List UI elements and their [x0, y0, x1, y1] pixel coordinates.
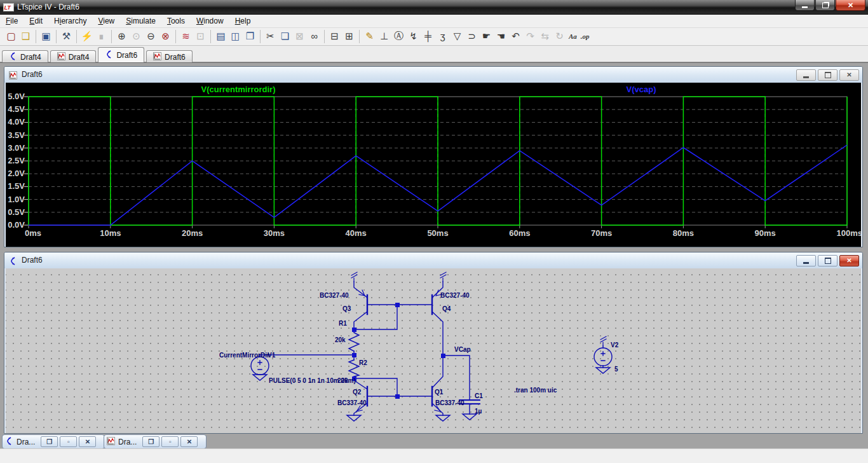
schematic-maximize-button[interactable]	[818, 255, 837, 266]
find-icon[interactable]: ∞	[307, 29, 322, 43]
r1-name-label[interactable]: R1	[339, 320, 347, 327]
halt-simulation-icon[interactable]: ∎	[94, 29, 109, 43]
minimized-maximize-button[interactable]: ▫	[60, 436, 77, 447]
undo-icon[interactable]: ↶	[508, 29, 523, 43]
minimized-window-2[interactable]: Dra...❐▫✕	[104, 434, 207, 449]
zoom-in-icon[interactable]: ⊕	[114, 29, 129, 43]
schematic-close-button[interactable]: ✕	[839, 255, 859, 266]
schematic-canvas[interactable]: BC327-40 Q3 BC327-40 Q4 R1 20k R2 20k Cu…	[6, 268, 861, 433]
spice-directive-label[interactable]: .tran 100m uic	[514, 387, 557, 394]
open-file-icon[interactable]: ❑	[18, 29, 33, 43]
paste-icon[interactable]: ⊠	[292, 29, 307, 43]
waveform-window: Draft6 ✕ 5.0V4.5V4.0V3.5V3.0V2.5V2.0V1.5…	[4, 66, 863, 247]
v1-name-label[interactable]: V1	[268, 352, 276, 359]
menu-window[interactable]: Window	[191, 15, 229, 27]
q2-name-label[interactable]: Q2	[353, 389, 362, 396]
cut-icon[interactable]: ✂	[263, 29, 278, 43]
place-text-icon[interactable]: Aa	[567, 29, 579, 43]
v1-net-label[interactable]: CurrentMirrorDir	[219, 352, 269, 359]
place-component-icon[interactable]: ⊃	[465, 29, 479, 43]
zoom-full-extents-icon[interactable]: ⊗	[158, 29, 173, 43]
save-icon[interactable]: ▣	[39, 29, 53, 43]
menu-hierarchy[interactable]: Hierarchy	[48, 15, 92, 27]
move-icon[interactable]: ☛	[479, 29, 494, 43]
waveform-maximize-button[interactable]	[818, 69, 837, 81]
toolbar: ▢❑▣⚒⚡∎⊕⊙⊖⊗≋⊡▤◫❐✂❏⊠∞⊟⊞✎⊥Ⓐ↯╪ʒ▽⊃☛☚↶↷⇆↻Aa.op	[0, 28, 868, 46]
r1-value-label[interactable]: 20k	[335, 336, 346, 343]
menu-view[interactable]: View	[92, 15, 120, 27]
draw-wire-icon[interactable]: ✎	[362, 29, 377, 43]
menu-edit[interactable]: Edit	[24, 15, 48, 27]
minimized-window-1[interactable]: Dra...❐▫✕	[2, 434, 105, 449]
place-ground-icon[interactable]: ⊥	[377, 29, 391, 43]
q4-name-label[interactable]: Q4	[442, 305, 451, 312]
menu-file[interactable]: File	[0, 15, 24, 27]
x-axis-label: 80ms	[673, 228, 694, 238]
c1-value-label[interactable]: 1µ	[475, 408, 482, 415]
q4-model-label[interactable]: BC327-40	[440, 292, 470, 299]
vcap-net-label[interactable]: VCap	[454, 346, 471, 353]
place-capacitor-icon[interactable]: ╪	[421, 29, 435, 43]
place-resistor-icon[interactable]: ↯	[406, 29, 421, 43]
new-schematic-icon[interactable]: ▢	[4, 29, 18, 43]
tab-draft4-schematic[interactable]: Draft4	[2, 50, 48, 63]
q2-model-label[interactable]: BC337-40	[337, 399, 367, 406]
waveform-close-button[interactable]: ✕	[839, 69, 859, 81]
waveform-plot[interactable]: 5.0V4.5V4.0V3.5V3.0V2.5V2.0V1.5V1.0V0.5V…	[6, 83, 861, 245]
tile-vertically-icon[interactable]: ◫	[228, 29, 243, 43]
waveform-minimize-button[interactable]	[796, 69, 816, 81]
tile-horizontally-icon[interactable]: ▤	[214, 29, 228, 43]
schematic-minimize-button[interactable]	[796, 255, 816, 266]
minimized-restore-button[interactable]: ❐	[41, 436, 58, 447]
drag-icon[interactable]: ☚	[494, 29, 508, 43]
rotate-icon[interactable]: ↻	[552, 29, 567, 43]
copy-icon[interactable]: ❏	[278, 29, 292, 43]
plot-settings-icon[interactable]: ≋	[179, 29, 193, 43]
minimized-maximize-button[interactable]: ▫	[161, 436, 179, 447]
tab-draft6-waveform[interactable]: Draft6	[146, 50, 193, 63]
spice-directive-icon[interactable]: .op	[579, 29, 592, 43]
q1-name-label[interactable]: Q1	[435, 389, 444, 396]
place-diode-icon[interactable]: ▽	[450, 29, 465, 43]
v1-value-label[interactable]: PULSE(0 5 0 1n 1n 10m 20m)	[269, 377, 356, 384]
y-axis-label: 1.0V	[8, 195, 25, 204]
minimized-close-button[interactable]: ✕	[79, 436, 96, 447]
waveform-window-title-bar[interactable]: Draft6 ✕	[4, 67, 862, 83]
zoom-out-icon[interactable]: ⊖	[144, 29, 158, 43]
c1-name-label[interactable]: C1	[475, 392, 483, 399]
q3-model-label[interactable]: BC327-40	[320, 292, 349, 299]
print-icon[interactable]: ⊞	[342, 29, 356, 43]
menu-simulate[interactable]: Simulate	[120, 15, 161, 27]
restore-button[interactable]	[815, 0, 835, 11]
place-inductor-icon[interactable]: ʒ	[435, 29, 450, 43]
v2-name-label[interactable]: V2	[611, 342, 619, 349]
waveform-pane[interactable]: 5.0V4.5V4.0V3.5V3.0V2.5V2.0V1.5V1.0V0.5V…	[6, 83, 861, 247]
waveform-window-title: Draft6	[22, 67, 43, 83]
cascade-windows-icon[interactable]: ❐	[243, 29, 257, 43]
print-preview-icon[interactable]: ⊟	[327, 29, 342, 43]
mirror-icon[interactable]: ⇆	[538, 29, 552, 43]
menu-help[interactable]: Help	[229, 15, 257, 27]
minimize-button[interactable]	[795, 0, 815, 11]
legend-currentmirrordir[interactable]: V(currentmirrordir)	[201, 85, 275, 94]
menu-tools[interactable]: Tools	[161, 15, 191, 27]
r2-name-label[interactable]: R2	[359, 359, 367, 366]
q3-name-label[interactable]: Q3	[342, 305, 351, 312]
v2-value-label[interactable]: 5	[614, 366, 618, 373]
zoom-back-icon[interactable]: ⊙	[129, 29, 144, 43]
minimized-restore-button[interactable]: ❐	[142, 436, 159, 447]
schematic-drawing[interactable]: BC327-40 Q3 BC327-40 Q4 R1 20k R2 20k Cu…	[6, 268, 861, 431]
tab-draft4-waveform[interactable]: Draft4	[50, 50, 97, 63]
legend-vcap[interactable]: V(vcap)	[627, 85, 656, 94]
control-panel-icon[interactable]: ⚒	[59, 29, 74, 43]
autorange-y-axis-icon[interactable]: ⊡	[193, 29, 208, 43]
q1-model-label[interactable]: BC337-40	[435, 399, 465, 406]
place-net-label-icon[interactable]: Ⓐ	[391, 29, 406, 43]
toolbar-separator	[76, 30, 77, 43]
minimized-close-button[interactable]: ✕	[180, 436, 198, 447]
close-button[interactable]: ✕	[836, 0, 865, 11]
tab-draft6-schematic[interactable]: Draft6	[98, 47, 144, 62]
redo-icon[interactable]: ↷	[523, 29, 538, 43]
schematic-window-title-bar[interactable]: Draft6 ✕	[4, 252, 862, 268]
run-simulation-icon[interactable]: ⚡	[79, 29, 94, 43]
